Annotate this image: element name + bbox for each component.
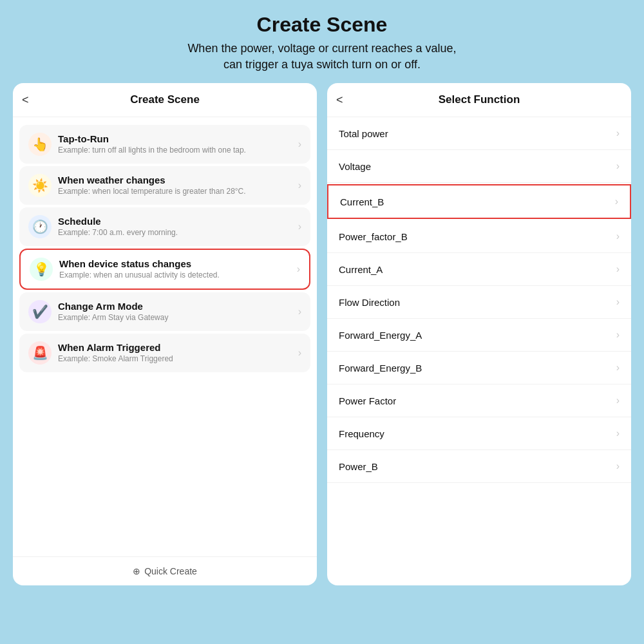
left-panel-title: Create Scene [130, 93, 200, 106]
function-label-8: Power Factor [339, 395, 396, 406]
function-chevron-2: › [615, 196, 618, 207]
function-chevron-1: › [616, 160, 620, 172]
function-label-7: Forward_Energy_B [339, 363, 422, 374]
panels-row: < Create Scene 👆 Tap-to-Run Example: tur… [13, 83, 631, 585]
menu-chevron-2: › [298, 221, 301, 232]
function-label-0: Total power [339, 128, 388, 139]
menu-item-4[interactable]: ✔️ Change Arm Mode Example: Arm Stay via… [19, 292, 310, 331]
page-header: Create Scene When the power, voltage or … [187, 13, 456, 73]
menu-icon-1: ☀️ [28, 174, 52, 197]
menu-chevron-5: › [298, 347, 301, 359]
menu-item-3[interactable]: 💡 When device status changes Example: wh… [19, 249, 310, 290]
function-chevron-3: › [616, 231, 620, 242]
menu-item-2[interactable]: 🕐 Schedule Example: 7:00 a.m. every morn… [19, 207, 310, 246]
function-chevron-9: › [616, 428, 620, 439]
quick-create-label: Quick Create [144, 566, 197, 576]
menu-icon-3: 💡 [30, 258, 53, 281]
menu-icon-4: ✔️ [28, 300, 52, 323]
menu-icon-0: 👆 [28, 133, 52, 156]
menu-main-4: Change Arm Mode [58, 301, 294, 312]
menu-chevron-4: › [298, 306, 301, 317]
function-chevron-0: › [616, 128, 620, 139]
menu-list: 👆 Tap-to-Run Example: turn off all light… [13, 117, 317, 556]
right-panel-title: Select Function [439, 93, 520, 106]
function-item-9[interactable]: Frequency › [327, 417, 631, 450]
menu-icon-2: 🕐 [28, 215, 52, 238]
function-label-10: Power_B [339, 461, 378, 472]
menu-item-1[interactable]: ☀️ When weather changes Example: when lo… [19, 166, 310, 205]
menu-text-2: Schedule Example: 7:00 a.m. every mornin… [58, 216, 294, 238]
right-back-button[interactable]: < [336, 93, 343, 107]
menu-sub-3: Example: when an unusual activity is det… [59, 270, 293, 281]
left-back-button[interactable]: < [22, 93, 29, 107]
function-label-4: Current_A [339, 264, 383, 275]
function-item-6[interactable]: Forward_Energy_A › [327, 319, 631, 352]
menu-item-5[interactable]: 🚨 When Alarm Triggered Example: Smoke Al… [19, 334, 310, 372]
function-chevron-6: › [616, 329, 620, 341]
right-panel-header: < Select Function [327, 83, 631, 117]
menu-text-5: When Alarm Triggered Example: Smoke Alar… [58, 342, 294, 365]
menu-text-1: When weather changes Example: when local… [58, 175, 294, 197]
function-label-3: Power_factor_B [339, 231, 408, 242]
menu-main-1: When weather changes [58, 175, 294, 185]
menu-main-5: When Alarm Triggered [58, 342, 294, 353]
quick-create-bar[interactable]: ⊕ Quick Create [13, 556, 317, 585]
menu-text-0: Tap-to-Run Example: turn off all lights … [58, 133, 294, 156]
function-item-3[interactable]: Power_factor_B › [327, 220, 631, 253]
main-title: Create Scene [187, 13, 456, 37]
subtitle: When the power, voltage or current reach… [187, 41, 456, 73]
function-item-8[interactable]: Power Factor › [327, 384, 631, 417]
function-item-4[interactable]: Current_A › [327, 253, 631, 286]
left-panel-header: < Create Scene [13, 83, 317, 117]
menu-sub-5: Example: Smoke Alarm Triggered [58, 354, 294, 365]
menu-sub-2: Example: 7:00 a.m. every morning. [58, 228, 294, 238]
function-list: Total power › Voltage › Current_B › Powe… [327, 117, 631, 585]
menu-text-4: Change Arm Mode Example: Arm Stay via Ga… [58, 301, 294, 323]
function-label-5: Flow Direction [339, 297, 400, 308]
menu-text-3: When device status changes Example: when… [59, 258, 293, 281]
menu-sub-0: Example: turn off all lights in the bedr… [58, 146, 294, 156]
menu-sub-1: Example: when local temperature is great… [58, 187, 294, 197]
menu-chevron-3: › [297, 263, 300, 275]
function-item-1[interactable]: Voltage › [327, 150, 631, 183]
quick-create-icon: ⊕ [133, 566, 140, 576]
menu-item-0[interactable]: 👆 Tap-to-Run Example: turn off all light… [19, 125, 310, 164]
menu-main-3: When device status changes [59, 258, 293, 269]
right-panel: < Select Function Total power › Voltage … [327, 83, 631, 585]
menu-chevron-1: › [298, 180, 301, 191]
function-item-2[interactable]: Current_B › [327, 184, 631, 219]
menu-main-0: Tap-to-Run [58, 133, 294, 144]
function-label-9: Frequency [339, 428, 384, 439]
function-label-2: Current_B [340, 196, 384, 207]
function-chevron-10: › [616, 460, 620, 472]
menu-chevron-0: › [298, 138, 301, 150]
menu-sub-4: Example: Arm Stay via Gateway [58, 313, 294, 323]
function-item-5[interactable]: Flow Direction › [327, 286, 631, 319]
function-item-10[interactable]: Power_B › [327, 450, 631, 483]
function-chevron-5: › [616, 296, 620, 308]
function-item-0[interactable]: Total power › [327, 117, 631, 150]
function-chevron-4: › [616, 263, 620, 275]
function-label-1: Voltage [339, 161, 371, 172]
function-chevron-8: › [616, 395, 620, 406]
function-label-6: Forward_Energy_A [339, 330, 422, 341]
function-chevron-7: › [616, 362, 620, 374]
left-panel: < Create Scene 👆 Tap-to-Run Example: tur… [13, 83, 317, 585]
menu-icon-5: 🚨 [28, 341, 52, 365]
function-item-7[interactable]: Forward_Energy_B › [327, 352, 631, 384]
menu-main-2: Schedule [58, 216, 294, 227]
